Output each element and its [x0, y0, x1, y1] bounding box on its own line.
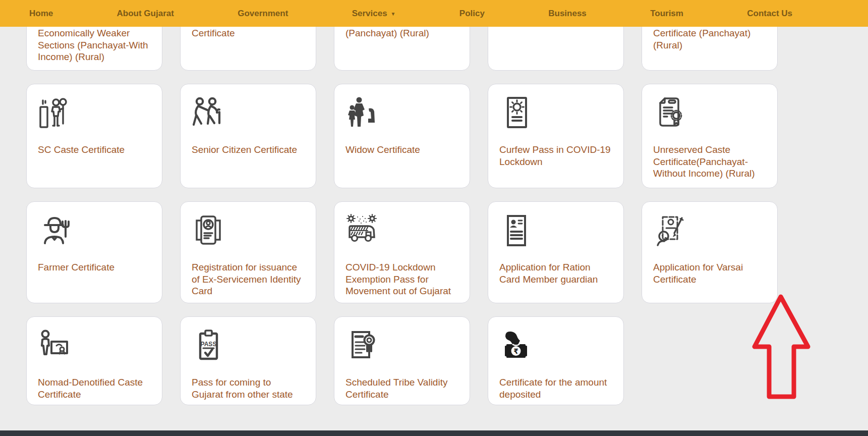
service-card-nomad-denotified-caste-certificate[interactable]: Nomad-Denotified Caste Certificate	[26, 316, 162, 405]
service-card-certificate-for-the-amount-deposited[interactable]: ₹Certificate for the amount deposited	[488, 316, 624, 405]
service-card-registration-for-issuance-of-ex-servicemen[interactable]: Registration for issuance of Ex-Servicem…	[180, 201, 316, 303]
nav-item-label: Government	[238, 9, 288, 19]
service-card-unreserved-caste-certificate-panchayat-wit[interactable]: Unreserved Caste Certificate(Panchayat-W…	[642, 84, 778, 188]
nav-item-label: Home	[29, 9, 53, 19]
service-card-label: Pass for coming to Gujarat from other st…	[192, 376, 305, 400]
services-portal-page: HomeAbout GujaratGovernmentServices▼Poli…	[0, 0, 868, 436]
service-card-label: Scheduled Tribe Validity Certificate	[345, 376, 458, 400]
nav-item-government[interactable]: Government	[238, 9, 288, 19]
service-card-label: Nomad-Denotified Caste Certificate	[38, 376, 151, 400]
service-card-label: SC Caste Certificate	[38, 144, 151, 156]
service-card-label: Certificate (Panchayat) (Rural)	[653, 27, 766, 51]
nav-item-label: Business	[548, 9, 587, 19]
service-card-label: Farmer Certificate	[38, 261, 151, 274]
service-card-label: Certificate for the amount deposited	[499, 376, 612, 400]
service-card-application-for-varsai-certificate[interactable]: Application for Varsai Certificate	[642, 201, 778, 303]
ration-card-member-icon	[499, 214, 612, 247]
money-deposit-hand-icon: ₹	[499, 329, 612, 362]
nav-item-tourism[interactable]: Tourism	[650, 9, 683, 19]
service-card-label: (Panchayat) (Rural)	[345, 27, 458, 39]
person-certificate-icon	[38, 329, 151, 362]
footer-bar	[0, 430, 868, 436]
service-card-label: Unreserved Caste Certificate(Panchayat-W…	[653, 144, 766, 180]
svg-text:PASS: PASS	[201, 341, 217, 348]
nav-item-contact-us[interactable]: Contact Us	[747, 9, 792, 19]
farmer-icon	[38, 214, 151, 247]
nav-item-home[interactable]: Home	[29, 9, 53, 19]
service-card-covid-19-lockdown-exemption-pass-for-movem[interactable]: COVID-19 Lockdown Exemption Pass for Mov…	[334, 201, 470, 303]
widow-with-child-icon	[345, 96, 458, 130]
curfew-pass-document-icon	[499, 96, 612, 130]
service-card-sc-caste-certificate[interactable]: SC Caste Certificate	[26, 84, 162, 188]
service-card-label: Certificate	[192, 27, 305, 39]
arrow-outline	[755, 297, 808, 397]
service-card-widow-certificate[interactable]: Widow Certificate	[334, 84, 470, 188]
service-card-label: Curfew Pass in COVID-19 Lockdown	[499, 144, 612, 168]
service-card-label: Application for Ration Card Member guard…	[499, 261, 612, 285]
tribe-validity-certificate-icon	[345, 329, 458, 362]
nav-item-label: Tourism	[650, 9, 683, 19]
nav-item-label: Contact Us	[747, 9, 792, 19]
identity-card-icon	[192, 214, 305, 247]
main-nav: HomeAbout GujaratGovernmentServices▼Poli…	[0, 0, 868, 27]
svg-text:₹: ₹	[513, 347, 518, 355]
senior-citizens-icon	[192, 96, 305, 130]
chevron-down-icon: ▼	[391, 12, 396, 17]
service-card-label: Senior Citizen Certificate	[192, 144, 305, 156]
service-card-label: Application for Varsai Certificate	[653, 261, 766, 285]
service-card-label: Widow Certificate	[345, 144, 458, 156]
nav-item-policy[interactable]: Policy	[459, 9, 485, 19]
service-card-application-for-ration-card-member-guardia[interactable]: Application for Ration Card Member guard…	[488, 201, 624, 303]
nav-item-label: Services	[352, 9, 387, 19]
certificate-seal-icon	[653, 96, 766, 130]
varsai-document-pen-icon	[653, 214, 766, 247]
nav-item-business[interactable]: Business	[548, 9, 587, 19]
nav-item-about-gujarat[interactable]: About Gujarat	[117, 9, 174, 19]
red-up-arrow-annotation	[749, 293, 815, 401]
service-card-scheduled-tribe-validity-certificate[interactable]: Scheduled Tribe Validity Certificate	[334, 316, 470, 405]
service-card-pass-for-coming-to-gujarat-from-other-stat[interactable]: PASSPass for coming to Gujarat from othe…	[180, 316, 316, 405]
covid-bus-icon	[345, 214, 458, 247]
service-card-senior-citizen-certificate[interactable]: Senior Citizen Certificate	[180, 84, 316, 188]
service-card-curfew-pass-in-covid-19-lockdown[interactable]: Curfew Pass in COVID-19 Lockdown	[488, 84, 624, 188]
sc-caste-person-icon	[38, 96, 151, 130]
service-card-label: Economically Weaker Sections (Panchayat-…	[38, 27, 151, 63]
nav-item-label: Policy	[459, 9, 485, 19]
service-card-label: COVID-19 Lockdown Exemption Pass for Mov…	[345, 261, 458, 297]
pass-clipboard-icon: PASS	[192, 329, 305, 362]
cards-grid: Economically Weaker Sections (Panchayat-…	[26, 0, 778, 405]
service-card-farmer-certificate[interactable]: Farmer Certificate	[26, 201, 162, 303]
nav-item-services[interactable]: Services▼	[352, 9, 396, 19]
service-card-label: Registration for issuance of Ex-Servicem…	[192, 261, 305, 297]
nav-item-label: About Gujarat	[117, 9, 174, 19]
